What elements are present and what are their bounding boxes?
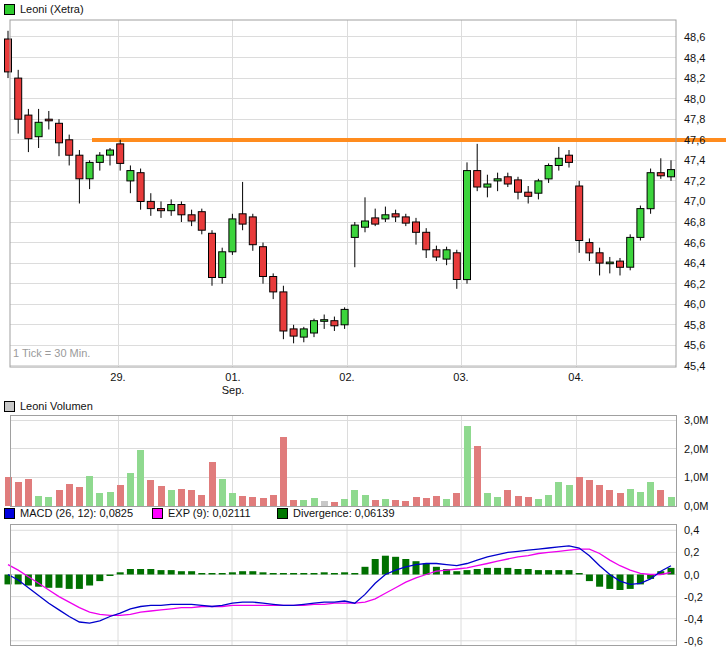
divergence-bar [239,571,246,574]
price-pane[interactable] [10,20,726,367]
divergence-bar [362,567,369,575]
divergence-bar [535,570,542,574]
divergence-bar [627,575,634,589]
volume-pane[interactable] [5,415,677,506]
divergence-bar [545,570,552,574]
divergence-bar [45,575,52,588]
divergence-bar [494,568,501,575]
signal-line [8,549,671,615]
tick-interval-note: 1 Tick = 30 Min. [13,347,90,359]
divergence-bar [596,575,603,587]
divergence-bar [96,575,103,582]
macd-legend-item[interactable]: MACD (26, 12): 0,0825 [4,507,133,519]
divergence-bar [147,569,154,575]
divergence-bar [515,569,522,575]
macd-line [8,546,671,623]
macd-series-marker-icon [4,508,15,519]
volume-series-marker-icon [4,401,15,412]
divergence-bar [178,571,185,574]
volume-chart-title: Leoni Volumen [20,400,93,412]
exp-value-label: EXP (9): 0,02111 [168,507,251,519]
divergence-bar [382,556,389,575]
divergence-bar [137,569,144,575]
divergence-bar [331,573,338,575]
divergence-bar [586,575,593,582]
divergence-bar [525,569,532,575]
volume-legend[interactable]: Leoni Volumen [4,400,93,412]
divergence-bar [158,570,165,574]
divergence-bar [555,570,562,574]
divergence-bar [270,573,277,575]
charts-canvas[interactable] [0,0,726,652]
divergence-bar [321,572,328,574]
divergence-bar [229,572,236,574]
exp-legend-item[interactable]: EXP (9): 0,02111 [152,507,251,519]
divergence-bar [290,573,297,575]
divergence-bar [576,573,583,575]
divergence-bar [168,570,175,574]
divergence-bar [219,573,226,575]
divergence-bar [566,570,573,574]
divergence-bar [198,573,205,575]
divergence-bar [464,570,471,574]
price-chart-title: Leoni (Xetra) [20,3,84,15]
divergence-bar [484,568,491,575]
divergence-bar [474,569,481,575]
exp-series-marker-icon [152,508,163,519]
divergence-bar [188,571,195,574]
divergence-bar [668,568,675,575]
divergence-bar [413,561,420,574]
divergence-bar [341,572,348,574]
divergence-bar [66,575,73,589]
resistance-line [92,138,726,142]
divergence-bar [280,573,287,575]
macd-value-label: MACD (26, 12): 0,0825 [20,507,133,519]
divergence-bar [209,573,216,575]
divergence-bar [107,575,114,577]
divergence-bar [311,573,318,575]
divergence-bar [76,575,83,589]
divergence-bar [351,573,358,575]
divergence-bar [423,564,430,575]
divergence-bar [127,569,134,575]
divergence-bar [117,572,124,574]
divergence-bar [372,559,379,575]
price-legend[interactable]: Leoni (Xetra) [4,3,84,15]
divergence-series-marker-icon [277,508,288,519]
divergence-bar [86,575,93,586]
divergence-bar [56,575,63,588]
divergence-bar [300,573,307,575]
divergence-bar [504,568,511,575]
divergence-bar [453,571,460,574]
divergence-bar [260,572,267,574]
divergence-value-label: Divergence: 0,06139 [293,507,395,519]
macd-pane[interactable] [5,524,677,645]
price-series-marker-icon [4,4,15,15]
divergence-bar [249,571,256,574]
divergence-legend-item[interactable]: Divergence: 0,06139 [277,507,395,519]
